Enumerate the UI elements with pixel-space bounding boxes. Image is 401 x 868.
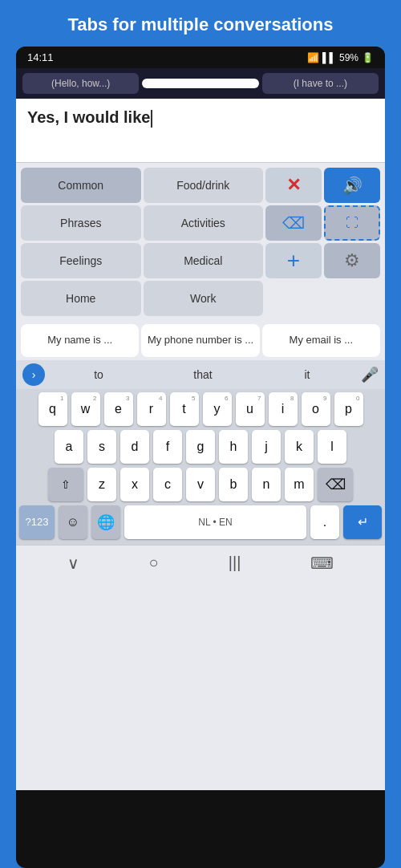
text-content: Yes, I would like [27, 108, 150, 126]
key-u[interactable]: 7u [236, 392, 265, 426]
key-g[interactable]: g [186, 430, 215, 464]
phrase-email[interactable]: My email is ... [262, 324, 380, 357]
tabs-row: (Hello, how...) (I have to ...) [16, 68, 385, 99]
globe-key[interactable]: 🌐 [91, 505, 120, 539]
space-key[interactable]: NL • EN [124, 505, 306, 539]
keyboard: 1q 2w 3e 4r 5t 6y 7u 8i 9o 0p a s d f g … [16, 389, 385, 545]
header: Tabs for multiple conversations [52, 0, 350, 47]
category-food[interactable]: Food/drink [144, 168, 264, 203]
keyboard-row-4: ?123 ☺ 🌐 NL • EN . ↵ [19, 505, 382, 539]
keyboard-nav-icon[interactable]: ⌨ [310, 554, 334, 573]
tab-3[interactable]: (I have to ...) [262, 73, 379, 94]
key-m[interactable]: m [285, 468, 314, 501]
key-l[interactable]: l [318, 430, 346, 464]
category-phrases[interactable]: Phrases [21, 205, 141, 241]
suggest-word-3[interactable]: it [257, 365, 358, 384]
shift-key[interactable]: ⇧ [48, 468, 83, 501]
key-n[interactable]: n [252, 468, 281, 501]
category-home[interactable]: Home [21, 281, 141, 316]
phone-screen: 14:11 📶 ▌▌ 59% 🔋 (Hello, how...) (I have… [16, 47, 385, 868]
menu-nav-icon[interactable]: ||| [229, 554, 241, 572]
status-icons: 📶 ▌▌ 59% 🔋 [307, 52, 374, 63]
keyboard-row-3: ⇧ z x c v b n m ⌫ [19, 468, 382, 501]
delete-button[interactable]: ✕ [265, 168, 322, 203]
key-s[interactable]: s [87, 430, 116, 464]
backspace-key[interactable]: ⌫ [318, 468, 353, 501]
settings-button[interactable]: ⚙ [324, 243, 380, 278]
text-input-area[interactable]: Yes, I would like [16, 99, 385, 163]
home-nav-icon[interactable]: ○ [149, 554, 159, 572]
key-c[interactable]: c [153, 468, 182, 501]
signal-icon: ▌▌ [322, 52, 336, 63]
backspace-button[interactable]: ⌫ [265, 205, 322, 241]
text-cursor [151, 110, 152, 128]
key-p[interactable]: 0p [334, 392, 363, 426]
wifi-icon: 📶 [307, 52, 319, 63]
key-d[interactable]: d [120, 430, 149, 464]
key-x[interactable]: x [120, 468, 149, 501]
status-time: 14:11 [27, 51, 54, 63]
emoji-key[interactable]: ☺ [59, 505, 87, 539]
category-work[interactable]: Work [144, 281, 264, 316]
header-title: Tabs for multiple conversations [52, 0, 350, 47]
key-k[interactable]: k [285, 430, 314, 464]
quick-phrases: My name is ... My phone number is ... My… [16, 321, 385, 360]
microphone-icon[interactable]: 🎤 [361, 366, 379, 383]
expand-button[interactable]: ⛶ [324, 205, 380, 241]
period-key[interactable]: . [310, 505, 339, 539]
keyboard-row-1: 1q 2w 3e 4r 5t 6y 7u 8i 9o 0p [19, 392, 382, 426]
speaker-button[interactable]: 🔊 [324, 168, 380, 203]
key-o[interactable]: 9o [302, 392, 330, 426]
key-b[interactable]: b [219, 468, 248, 501]
app-content: (Hello, how...) (I have to ...) Yes, I w… [16, 68, 385, 790]
battery-level: 59% [339, 52, 358, 63]
category-medical[interactable]: Medical [144, 243, 264, 278]
key-y[interactable]: 6y [203, 392, 232, 426]
status-bar: 14:11 📶 ▌▌ 59% 🔋 [16, 47, 385, 68]
suggestion-row: › to that it 🎤 [16, 360, 385, 389]
key-a[interactable]: a [55, 430, 83, 464]
categories-grid: Common Food/drink ✕ 🔊 Phrases Activities… [16, 163, 385, 321]
key-v[interactable]: v [186, 468, 215, 501]
suggest-word-1[interactable]: to [48, 365, 149, 384]
battery-icon: 🔋 [362, 52, 374, 63]
back-nav-icon[interactable]: ∨ [67, 554, 79, 573]
nav-bar: ∨ ○ ||| ⌨ [16, 545, 385, 581]
key-z[interactable]: z [87, 468, 116, 501]
empty-cell-1 [265, 281, 322, 316]
keyboard-row-2: a s d f g h j k l [19, 430, 382, 464]
key-f[interactable]: f [153, 430, 182, 464]
tab-2[interactable] [142, 79, 258, 88]
key-j[interactable]: j [252, 430, 281, 464]
key-w[interactable]: 2w [71, 392, 100, 426]
suggest-word-2[interactable]: that [152, 365, 253, 384]
key-q[interactable]: 1q [38, 392, 67, 426]
num123-key[interactable]: ?123 [19, 505, 55, 539]
key-i[interactable]: 8i [269, 392, 298, 426]
empty-cell-2 [324, 281, 380, 316]
category-common[interactable]: Common [21, 168, 141, 203]
category-activities[interactable]: Activities [144, 205, 264, 241]
key-r[interactable]: 4r [137, 392, 166, 426]
suggest-expand[interactable]: › [22, 363, 45, 386]
key-h[interactable]: h [219, 430, 248, 464]
tab-1[interactable]: (Hello, how...) [22, 73, 139, 94]
phrase-name[interactable]: My name is ... [21, 324, 139, 357]
key-e[interactable]: 3e [104, 392, 133, 426]
phrase-phone[interactable]: My phone number is ... [141, 324, 259, 357]
category-feelings[interactable]: Feelings [21, 243, 141, 278]
add-button[interactable]: + [265, 243, 322, 278]
key-t[interactable]: 5t [170, 392, 199, 426]
enter-key[interactable]: ↵ [343, 505, 382, 539]
